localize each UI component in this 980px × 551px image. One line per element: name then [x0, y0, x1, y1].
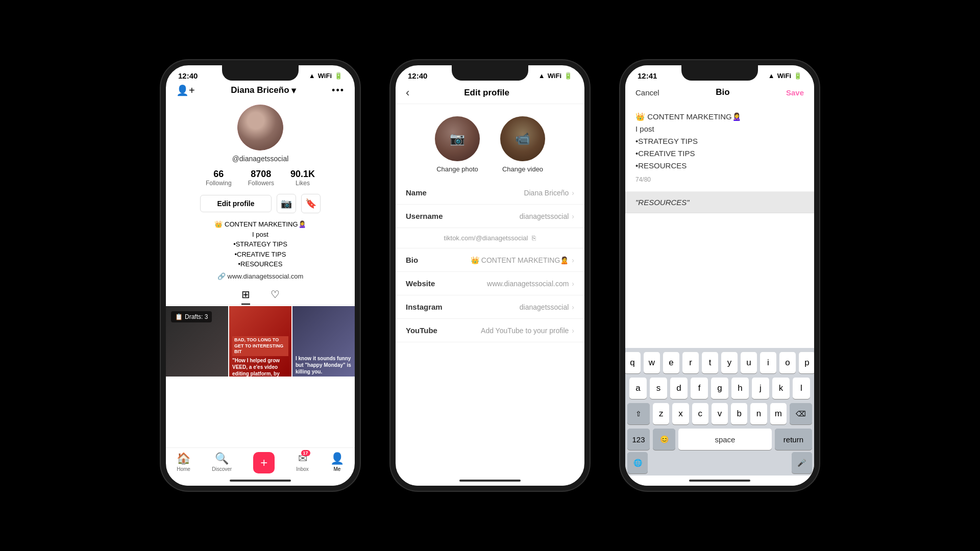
- signal-icon-2: ▲: [538, 72, 545, 80]
- save-button[interactable]: Save: [786, 88, 804, 97]
- action-buttons: Edit profile 📷 🔖: [200, 194, 320, 213]
- video-thumb-2[interactable]: BAD, TOO LONG TO GET TO INTERESTING BIT …: [229, 306, 291, 377]
- autocomplete-suggestion[interactable]: "RESOURCES": [625, 192, 814, 213]
- wifi-icon: WiFi: [318, 72, 332, 80]
- key-m[interactable]: m: [770, 403, 787, 424]
- tab-inbox[interactable]: ✉ 17 Inbox: [296, 452, 308, 473]
- key-c[interactable]: c: [692, 403, 708, 424]
- tab-me[interactable]: 👤 Me: [330, 452, 344, 473]
- key-b[interactable]: b: [731, 403, 747, 424]
- grid-tab[interactable]: ⊞: [241, 288, 250, 305]
- bio-text-content[interactable]: 👑 CONTENT MARKETING🙎‍♀️ I post •STRATEGY…: [635, 111, 804, 172]
- key-a[interactable]: a: [629, 378, 647, 399]
- profile-form: Name Diana Briceño › Username dianagetss…: [396, 181, 584, 475]
- emoji-key[interactable]: 😊: [653, 429, 675, 450]
- key-j[interactable]: j: [752, 378, 769, 399]
- home-indicator-3: [625, 475, 814, 486]
- home-indicator-2: [396, 475, 584, 486]
- copy-icon[interactable]: ⎘: [532, 234, 536, 242]
- key-g[interactable]: g: [711, 378, 728, 399]
- backspace-key[interactable]: ⌫: [790, 403, 812, 424]
- name-value: Diana Briceño ›: [524, 189, 574, 197]
- key-u[interactable]: u: [741, 352, 757, 373]
- key-i[interactable]: i: [760, 352, 776, 373]
- key-x[interactable]: x: [672, 403, 689, 424]
- bio-edit-header: Cancel Bio Save: [625, 82, 814, 103]
- wifi-icon-2: WiFi: [548, 72, 561, 80]
- change-video-label: Change video: [502, 165, 543, 173]
- photo-video-section: 📷 Change photo 📹 Change video: [396, 104, 584, 181]
- profile-photo[interactable]: 📷: [435, 116, 480, 161]
- key-h[interactable]: h: [731, 378, 749, 399]
- video-grid: 📋 Drafts: 3 BAD, TOO LONG TO GET TO INTE…: [166, 305, 355, 377]
- username-value: dianagetssocial ›: [520, 212, 574, 220]
- bio-line1: 👑 CONTENT MARKETING🙎‍♀️: [214, 219, 306, 230]
- edit-profile-button[interactable]: Edit profile: [200, 195, 271, 212]
- bio-line5: •RESOURCES: [214, 259, 306, 269]
- website-row[interactable]: Website www.dianagetssocial.com ›: [396, 272, 584, 295]
- add-button[interactable]: +: [253, 452, 275, 473]
- mic-key[interactable]: 🎤: [792, 452, 812, 473]
- key-y[interactable]: y: [721, 352, 738, 373]
- cancel-button[interactable]: Cancel: [635, 88, 659, 97]
- key-o[interactable]: o: [779, 352, 796, 373]
- instagram-icon[interactable]: 📷: [277, 194, 296, 213]
- globe-key[interactable]: 🌐: [627, 452, 648, 473]
- key-l[interactable]: l: [793, 378, 810, 399]
- bookmark-icon[interactable]: 🔖: [301, 194, 321, 213]
- instagram-row[interactable]: Instagram dianagetssocial ›: [396, 295, 584, 319]
- video-text-3: I know it sounds funny but "happy Monday…: [296, 355, 352, 377]
- bio-website[interactable]: 🔗 www.dianagetssocial.com: [214, 271, 306, 282]
- chevron-right-icon-5: ›: [572, 303, 574, 311]
- username-row[interactable]: Username dianagetssocial ›: [396, 205, 584, 228]
- key-t[interactable]: t: [702, 352, 718, 373]
- numbers-key[interactable]: 123: [627, 429, 650, 450]
- tab-me-label: Me: [333, 466, 340, 472]
- tab-home[interactable]: 🏠 Home: [177, 452, 190, 473]
- tab-discover[interactable]: 🔍 Discover: [212, 452, 232, 473]
- dropdown-icon[interactable]: ▾: [291, 85, 296, 96]
- keyboard-bottom-row: 123 😊 space return: [627, 429, 812, 450]
- shift-key[interactable]: ⇧: [627, 403, 650, 424]
- key-q[interactable]: q: [624, 352, 641, 373]
- stats-row: 66 Following 8708 Followers 90.1K Likes: [206, 169, 315, 187]
- battery-icon-2: 🔋: [564, 72, 572, 80]
- return-key[interactable]: return: [775, 429, 812, 450]
- website-value: www.dianagetssocial.com ›: [487, 280, 574, 288]
- profile-name-display: Diana Briceño ▾: [231, 85, 296, 96]
- key-d[interactable]: d: [670, 378, 688, 399]
- bio-textarea-area[interactable]: 👑 CONTENT MARKETING🙎‍♀️ I post •STRATEGY…: [625, 103, 814, 192]
- status-icons-3: ▲ WiFi 🔋: [768, 72, 802, 80]
- key-v[interactable]: v: [712, 403, 728, 424]
- key-e[interactable]: e: [663, 352, 679, 373]
- liked-tab[interactable]: ♡: [271, 288, 280, 305]
- profile-video[interactable]: 📹: [500, 116, 545, 161]
- key-r[interactable]: r: [682, 352, 699, 373]
- battery-icon-3: 🔋: [794, 72, 802, 80]
- back-button[interactable]: ‹: [406, 86, 409, 99]
- key-w[interactable]: w: [644, 352, 660, 373]
- name-row[interactable]: Name Diana Briceño ›: [396, 181, 584, 205]
- avatar: [237, 105, 283, 151]
- add-user-icon[interactable]: 👤+: [176, 84, 195, 96]
- key-s[interactable]: s: [650, 378, 667, 399]
- bio-row[interactable]: Bio 👑 CONTENT MARKETING🙎 ›: [396, 248, 584, 272]
- username-label: Username: [406, 212, 443, 220]
- youtube-row[interactable]: YouTube Add YouTube to your profile ›: [396, 319, 584, 342]
- video-thumb-3[interactable]: I know it sounds funny but "happy Monday…: [292, 306, 355, 377]
- video-thumb-draft[interactable]: 📋 Drafts: 3: [166, 306, 228, 377]
- key-p[interactable]: p: [799, 352, 815, 373]
- tab-bar: 🏠 Home 🔍 Discover + ✉ 17 Inbox 👤 Me: [166, 447, 355, 475]
- instagram-label: Instagram: [406, 303, 443, 311]
- space-key[interactable]: space: [678, 429, 772, 450]
- change-photo-label: Change photo: [436, 165, 478, 173]
- notch-2: [452, 65, 528, 81]
- key-k[interactable]: k: [772, 378, 790, 399]
- more-options-icon[interactable]: •••: [332, 85, 345, 96]
- chevron-right-icon-2: ›: [572, 212, 574, 220]
- key-z[interactable]: z: [653, 403, 669, 424]
- tab-add[interactable]: +: [253, 452, 275, 473]
- time-2: 12:40: [408, 71, 427, 80]
- key-n[interactable]: n: [750, 403, 767, 424]
- key-f[interactable]: f: [691, 378, 708, 399]
